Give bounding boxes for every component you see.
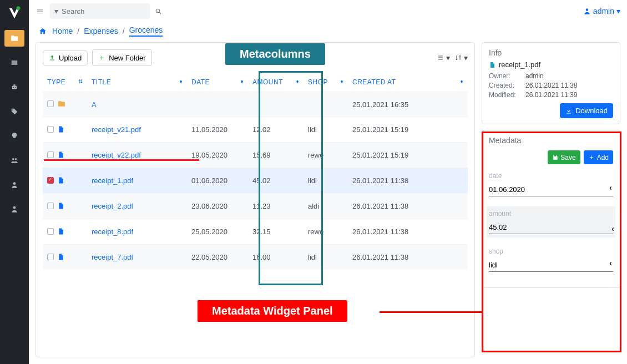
home-icon bbox=[39, 27, 47, 35]
crumb-expenses[interactable]: Expenses bbox=[84, 27, 118, 36]
metadata-input-date[interactable] bbox=[489, 183, 613, 196]
row-checkbox[interactable] bbox=[47, 151, 54, 158]
annotation-metacolumns-label: Metacolumns bbox=[225, 43, 325, 65]
file-title-link[interactable]: A bbox=[92, 100, 97, 109]
search-input[interactable] bbox=[62, 7, 155, 16]
metadata-card: Metadata Save ＋ Add date bbox=[482, 130, 620, 288]
crumb-groceries[interactable]: Groceries bbox=[129, 26, 163, 37]
svg-point-5 bbox=[12, 109, 13, 110]
file-title-link[interactable]: receipt_2.pdf bbox=[92, 202, 133, 210]
row-checkbox[interactable] bbox=[47, 254, 54, 260]
left-nav-rail bbox=[0, 0, 29, 364]
breadcrumb: Home / Expenses / Groceries bbox=[29, 22, 627, 42]
cell-created: 25.01.2021 16:35 bbox=[348, 92, 468, 117]
chevron-left-icon[interactable]: ‹ bbox=[611, 224, 614, 233]
file-title-link[interactable]: receipt_v22.pdf bbox=[92, 151, 141, 159]
nav-tags[interactable] bbox=[4, 103, 24, 120]
plus-icon: ＋ bbox=[588, 153, 595, 162]
user-name: admin bbox=[593, 7, 614, 16]
search-scope-caret-icon[interactable]: ▾ bbox=[54, 7, 58, 16]
table-row[interactable]: A25.01.2021 16:35 bbox=[43, 92, 468, 117]
row-checkbox[interactable] bbox=[47, 126, 54, 133]
file-icon bbox=[57, 125, 64, 134]
metadata-save-button[interactable]: Save bbox=[548, 150, 580, 164]
metadata-field-shop: shop ‹ bbox=[489, 247, 613, 272]
topbar: ▾ admin ▾ bbox=[29, 0, 627, 22]
svg-point-3 bbox=[13, 87, 14, 88]
nav-profile[interactable] bbox=[4, 201, 24, 218]
nav-inbox[interactable] bbox=[4, 54, 24, 71]
cell-amount: 45.02 bbox=[248, 168, 304, 194]
metadata-field-amount: amount ‹ bbox=[487, 206, 615, 237]
svg-point-11 bbox=[586, 8, 589, 11]
cell-amount bbox=[248, 92, 304, 117]
right-panel: Info receipt_1.pdf Owner:admin Created:2… bbox=[482, 42, 620, 357]
view-mode-toggle[interactable]: ▾ bbox=[437, 53, 450, 62]
metadata-add-button[interactable]: ＋ Add bbox=[584, 150, 613, 164]
row-checkbox[interactable] bbox=[47, 203, 54, 209]
save-icon bbox=[552, 154, 558, 160]
svg-point-7 bbox=[15, 158, 17, 160]
file-title-link[interactable]: receipt_7.pdf bbox=[92, 253, 133, 261]
file-icon bbox=[57, 176, 64, 185]
col-date[interactable]: DATE♦ bbox=[187, 73, 248, 92]
nav-groups[interactable] bbox=[4, 152, 24, 169]
annotation-underline bbox=[44, 159, 199, 161]
table-row[interactable]: receipt_7.pdf22.05.202016.00lidl26.01.20… bbox=[43, 245, 468, 270]
col-created[interactable]: CREATED AT♦ bbox=[348, 73, 468, 92]
nav-tips[interactable] bbox=[4, 128, 24, 144]
menu-toggle-icon[interactable] bbox=[36, 7, 44, 15]
file-title-link[interactable]: receipt_1.pdf bbox=[92, 176, 133, 185]
table-row[interactable]: receipt_1.pdf01.06.202045.02lidl26.01.20… bbox=[43, 168, 468, 194]
col-type[interactable]: TYPE⇅ bbox=[43, 73, 87, 92]
cell-created: 25.01.2021 15:19 bbox=[348, 143, 468, 168]
svg-point-8 bbox=[13, 182, 16, 185]
plus-icon: ＋ bbox=[98, 53, 105, 63]
user-caret-icon: ▾ bbox=[616, 7, 620, 16]
sort-icon: ♦ bbox=[179, 78, 183, 84]
nav-automate[interactable] bbox=[4, 79, 24, 95]
sort-toggle[interactable]: ▾ bbox=[454, 53, 468, 62]
file-title-link[interactable]: receipt_v21.pdf bbox=[92, 125, 141, 134]
file-icon bbox=[57, 150, 64, 159]
cell-date bbox=[187, 92, 248, 117]
new-folder-button[interactable]: ＋ New Folder bbox=[92, 49, 151, 66]
nav-users[interactable] bbox=[4, 176, 24, 193]
cell-amount: 16.00 bbox=[248, 245, 304, 270]
chevron-left-icon[interactable]: ‹ bbox=[609, 259, 612, 267]
svg-point-0 bbox=[17, 6, 21, 10]
search-icon[interactable] bbox=[155, 8, 162, 15]
col-shop[interactable]: SHOP♦ bbox=[304, 73, 348, 92]
nav-documents[interactable] bbox=[4, 30, 24, 47]
table-row[interactable]: receipt_v22.pdf19.05.202015.69rewe25.01.… bbox=[43, 143, 468, 168]
col-title[interactable]: TITLE♦ bbox=[87, 73, 187, 92]
upload-icon bbox=[49, 54, 55, 61]
user-menu[interactable]: admin ▾ bbox=[583, 7, 620, 16]
file-title-link[interactable]: receipt_8.pdf bbox=[92, 228, 133, 236]
table-row[interactable]: receipt_2.pdf23.06.202011.23aldi26.01.20… bbox=[43, 194, 468, 219]
row-checkbox[interactable] bbox=[47, 100, 54, 107]
download-button[interactable]: Download bbox=[560, 103, 613, 118]
cell-amount: 32.15 bbox=[248, 219, 304, 245]
cell-amount: 15.69 bbox=[248, 143, 304, 168]
cell-date: 25.05.2020 bbox=[187, 219, 248, 245]
row-checkbox[interactable] bbox=[47, 177, 54, 184]
chevron-left-icon[interactable]: ‹ bbox=[609, 183, 612, 192]
crumb-sep: / bbox=[123, 27, 125, 36]
crumb-home[interactable]: Home bbox=[52, 27, 73, 36]
metadata-input-amount[interactable] bbox=[489, 221, 613, 234]
upload-button[interactable]: Upload bbox=[43, 50, 88, 65]
table-row[interactable]: receipt_8.pdf25.05.202032.15rewe26.01.20… bbox=[43, 219, 468, 245]
metadata-input-shop[interactable] bbox=[489, 259, 613, 272]
row-checkbox[interactable] bbox=[47, 228, 54, 235]
file-icon bbox=[57, 227, 64, 236]
col-amount[interactable]: AMOUNT♦ bbox=[248, 73, 304, 92]
svg-rect-1 bbox=[12, 86, 17, 89]
annotation-connector-line bbox=[380, 311, 483, 313]
info-header: Info bbox=[489, 48, 613, 57]
search-box[interactable]: ▾ bbox=[50, 3, 150, 19]
sort-icon: ♦ bbox=[460, 78, 463, 84]
file-icon bbox=[57, 201, 64, 210]
table-row[interactable]: receipt_v21.pdf11.05.202012.02lidl25.01.… bbox=[43, 117, 468, 143]
cell-shop: lidl bbox=[304, 168, 348, 194]
